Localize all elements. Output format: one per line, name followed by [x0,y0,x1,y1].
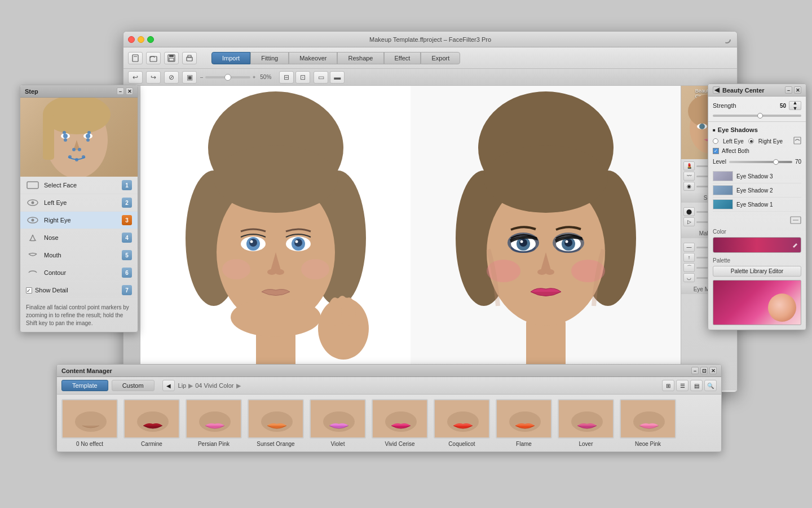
tab-effect[interactable]: Effect [384,52,421,64]
save-btn[interactable] [164,52,179,64]
cm-list-btn[interactable]: ☰ [676,380,689,391]
tab-import[interactable]: Import [211,52,250,64]
shadow-item-1[interactable]: Eye Shadow 1 [713,198,801,212]
thumb-item-sunset-orange[interactable]: Sunset Orange [248,399,304,447]
tab-export[interactable]: Export [421,52,460,64]
mascara-icon[interactable]: ↑ [683,253,695,262]
left-eye-icon [26,199,39,207]
eyeshadow-icon[interactable]: ◡ [683,273,695,282]
svg-point-89 [137,411,169,432]
open-btn[interactable] [146,52,161,64]
step-item-mouth[interactable]: Mouth 5 [20,247,138,264]
frame-btn-2[interactable]: ▬ [330,71,345,84]
thumb-item-violet[interactable]: Violet [310,399,366,447]
thumb-item-vivid-cerise[interactable]: Vivid Cerise [372,399,428,447]
traffic-lights[interactable] [128,36,154,43]
view-single-btn[interactable]: ⊡ [295,71,310,84]
cm-tab-template[interactable]: Template [61,380,108,391]
cm-grid-btn[interactable]: ⊞ [662,380,674,391]
minimize-button[interactable] [138,36,144,43]
tab-reshape[interactable]: Reshape [337,52,383,64]
before-face-panel [140,86,411,391]
redo-btn[interactable]: ↪ [146,71,161,84]
thumb-item-0[interactable]: 0 No effect [61,399,118,447]
strength-stepper[interactable]: ▲▼ [789,101,801,110]
bc-float-minimize[interactable]: – [785,86,792,94]
step-minimize[interactable]: – [117,87,124,95]
cm-path-1: Lip [178,382,187,389]
bc-float-close[interactable]: ✕ [794,86,801,94]
step-item-right-eye[interactable]: Right Eye 3 [20,212,138,229]
cm-close[interactable]: ✕ [709,367,717,374]
cm-search-btn[interactable]: 🔍 [704,380,717,391]
thumb-item-lover[interactable]: Lover [558,399,614,447]
affect-both-checkbox[interactable]: ✓ [713,148,719,154]
show-detail-checkbox[interactable] [26,287,32,294]
step-close[interactable]: ✕ [126,87,133,95]
svg-point-4 [63,134,68,138]
strength-thumb[interactable] [757,113,763,119]
shadow-page-btn[interactable] [713,216,801,225]
color-edit-icon[interactable] [792,241,798,249]
left-eye-radio[interactable] [713,138,718,144]
tab-fitting[interactable]: Fitting [250,52,289,64]
zoom-slider-track[interactable] [205,76,250,78]
skin-tool-icon[interactable]: 💄 [683,161,695,170]
reset-btn[interactable]: ⊘ [164,71,179,84]
cm-detail-btn[interactable]: ▤ [690,380,703,391]
step-item-nose[interactable]: Nose 4 [20,229,138,247]
right-eye-icon [26,216,39,224]
cm-float[interactable]: ⊡ [700,367,708,374]
thumb-item-flame[interactable]: Flame [496,399,552,447]
level-thumb[interactable] [773,159,779,165]
zoom-slider-thumb[interactable] [224,74,231,81]
svg-point-73 [537,269,546,275]
spot-tool-icon[interactable]: ◉ [683,182,695,191]
cm-back-btn[interactable]: ◀ [162,380,175,391]
eye-reset-btn[interactable] [793,137,801,146]
svg-point-40 [250,240,253,243]
step-num-6: 6 [122,268,132,278]
bc-back-btn[interactable]: ◀ [713,86,720,94]
print-btn[interactable] [182,52,197,64]
frame-btn-1[interactable]: ▭ [314,71,328,84]
eyeliner-icon[interactable]: — [683,243,695,252]
close-button[interactable] [128,36,135,43]
new-btn[interactable] [128,52,143,64]
shadow-item-3[interactable]: Eye Shadow 3 [713,169,801,183]
thumb-item-carmine[interactable]: Carmine [123,399,180,447]
thumb-item-coquelicot[interactable]: Coquelicot [434,399,490,447]
cm-minimize[interactable]: – [691,367,699,374]
palette-editor-button[interactable]: Palette Library Editor [713,266,801,277]
svg-point-8 [64,138,67,142]
tab-makeover[interactable]: Makeover [289,52,337,64]
step-title: Step [25,88,38,95]
step-item-contour[interactable]: Contour 6 [20,264,138,282]
level-slider[interactable] [729,161,792,163]
step-item-select-face[interactable]: Select Face 1 [20,177,138,194]
right-eye-radio[interactable] [748,138,754,144]
step-item-left-eye[interactable]: Left Eye 2 [20,194,138,212]
palette-swatch-display[interactable] [713,280,801,325]
cm-window-controls[interactable]: – ⊡ ✕ [691,367,717,374]
color-swatch[interactable] [713,237,801,253]
select-btn[interactable]: ▣ [182,71,197,84]
show-detail-row: Show Detail 7 [20,282,138,299]
blush-icon[interactable]: ⬤ [683,207,695,216]
undo-btn[interactable]: ↩ [128,71,143,84]
bc-strength-section: Strength 50 ▲▼ [708,97,806,121]
lipstick-icon[interactable]: ▷ [683,217,695,226]
shadow-item-2[interactable]: Eye Shadow 2 [713,183,801,198]
cm-tab-custom[interactable]: Custom [112,380,155,391]
eyebrow-icon[interactable]: ⌒ [683,263,695,272]
strength-slider[interactable] [713,115,801,117]
maximize-button[interactable] [147,36,154,43]
thumb-img-flame [496,399,552,439]
step-face-preview [20,98,138,177]
thumb-item-persian-pink[interactable]: Persian Pink [186,399,242,447]
thumb-item-neoe-pink[interactable]: Neoe Pink [620,399,676,447]
step-window-controls[interactable]: – ✕ [117,87,133,95]
wrinkle-tool-icon[interactable]: 〰 [683,172,695,181]
view-split-btn[interactable]: ⊟ [279,71,294,84]
bc-float-controls[interactable]: – ✕ [785,86,801,94]
